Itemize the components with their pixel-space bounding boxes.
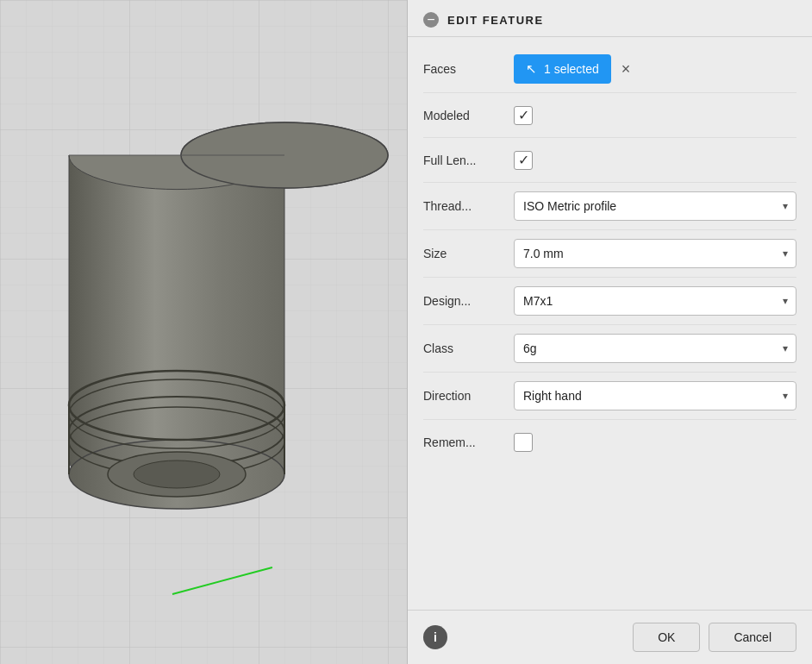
class-label: Class xyxy=(423,341,514,355)
thread-row: Thread... ISO Metric profile UN BSPP BSP… xyxy=(423,183,796,230)
class-control: 6g 4g 6h 6H ▾ xyxy=(514,334,796,363)
faces-label: Faces xyxy=(423,62,514,76)
class-dropdown-wrap: 6g 4g 6h 6H ▾ xyxy=(514,334,796,363)
direction-label: Direction xyxy=(423,389,514,403)
dialog-title: EDIT FEATURE xyxy=(447,14,544,27)
edit-feature-dialog: − EDIT FEATURE Faces ↖ 1 selected × Mode… xyxy=(407,0,812,664)
thread-dropdown-wrap: ISO Metric profile UN BSPP BSPT NPT ▾ xyxy=(514,191,796,221)
minimize-button[interactable]: − xyxy=(423,12,439,28)
designation-label: Design... xyxy=(423,294,514,308)
faces-row: Faces ↖ 1 selected × xyxy=(423,46,796,93)
full-length-label: Full Len... xyxy=(423,153,514,167)
faces-button-label: 1 selected xyxy=(544,62,599,76)
full-length-row: Full Len... ✓ xyxy=(423,138,796,183)
size-row: Size 7.0 mm 1.0 mm 2.0 mm ▾ xyxy=(423,230,796,278)
full-length-checkmark: ✓ xyxy=(518,153,529,167)
modeled-label: Modeled xyxy=(423,109,514,122)
direction-dropdown[interactable]: Right hand Left hand xyxy=(514,381,796,410)
designation-dropdown-wrap: M7x1 M7x0.75 M7x0.5 ▾ xyxy=(514,286,796,316)
remember-row: Remem... xyxy=(423,420,796,465)
remember-checkbox[interactable] xyxy=(514,433,533,452)
cursor-icon: ↖ xyxy=(526,61,537,77)
modeled-control: ✓ xyxy=(514,106,796,125)
full-length-checkbox[interactable]: ✓ xyxy=(514,151,533,170)
direction-control: Right hand Left hand ▾ xyxy=(514,381,796,410)
direction-dropdown-wrap: Right hand Left hand ▾ xyxy=(514,381,796,410)
designation-dropdown[interactable]: M7x1 M7x0.75 M7x0.5 xyxy=(514,286,796,316)
size-control: 7.0 mm 1.0 mm 2.0 mm ▾ xyxy=(514,239,796,268)
remember-label: Remem... xyxy=(423,435,514,449)
faces-select-button[interactable]: ↖ 1 selected xyxy=(514,54,611,84)
direction-row: Direction Right hand Left hand ▾ xyxy=(423,373,796,420)
cad-3d-object xyxy=(17,52,414,586)
designation-control: M7x1 M7x0.75 M7x0.5 ▾ xyxy=(514,286,796,316)
ok-button[interactable]: OK xyxy=(633,623,700,652)
size-label: Size xyxy=(423,247,514,260)
size-dropdown-wrap: 7.0 mm 1.0 mm 2.0 mm ▾ xyxy=(514,239,796,268)
dialog-footer: i OK Cancel xyxy=(408,610,812,664)
thread-dropdown[interactable]: ISO Metric profile UN BSPP BSPT NPT xyxy=(514,191,796,221)
full-length-control: ✓ xyxy=(514,151,796,170)
size-dropdown[interactable]: 7.0 mm 1.0 mm 2.0 mm xyxy=(514,239,796,268)
info-icon-label: i xyxy=(434,630,437,644)
class-dropdown[interactable]: 6g 4g 6h 6H xyxy=(514,334,796,363)
faces-control: ↖ 1 selected × xyxy=(514,54,796,84)
cancel-button[interactable]: Cancel xyxy=(709,623,796,652)
thread-control: ISO Metric profile UN BSPP BSPT NPT ▾ xyxy=(514,191,796,221)
footer-buttons: OK Cancel xyxy=(633,623,796,652)
thread-label: Thread... xyxy=(423,199,514,213)
dialog-body: Faces ↖ 1 selected × Modeled ✓ Full Len.… xyxy=(408,37,812,610)
modeled-checkbox[interactable]: ✓ xyxy=(514,106,533,125)
modeled-row: Modeled ✓ xyxy=(423,93,796,138)
faces-clear-button[interactable]: × xyxy=(621,61,631,77)
info-button[interactable]: i xyxy=(423,625,447,649)
dialog-titlebar: − EDIT FEATURE xyxy=(408,0,812,37)
svg-point-10 xyxy=(134,460,220,488)
remember-control xyxy=(514,433,796,452)
designation-row: Design... M7x1 M7x0.75 M7x0.5 ▾ xyxy=(423,278,796,325)
modeled-checkmark: ✓ xyxy=(518,109,529,122)
class-row: Class 6g 4g 6h 6H ▾ xyxy=(423,325,796,373)
